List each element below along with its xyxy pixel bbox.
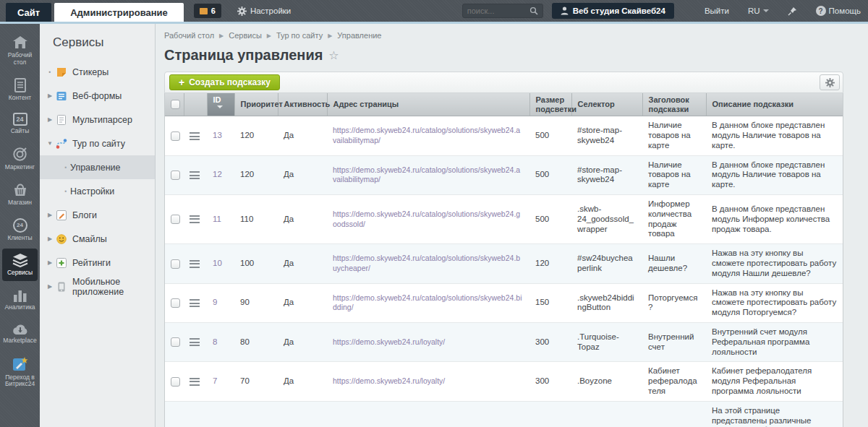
row-id-link[interactable]: 7: [213, 376, 217, 385]
expand-arrow-icon[interactable]: ▶: [46, 236, 54, 242]
pin-button[interactable]: [788, 7, 797, 16]
sidebar-item-ratings[interactable]: ▶ Рейтинги: [40, 251, 155, 275]
sidebar-item-label: Веб-формы: [72, 91, 122, 101]
rating-plus-icon: [56, 258, 67, 268]
rail-item-marketplace[interactable]: Marketplace: [2, 319, 38, 349]
expand-arrow-icon[interactable]: ▶: [46, 259, 54, 266]
column-header-selector[interactable]: Селектор: [571, 93, 642, 116]
help-menu[interactable]: ? Помощь: [816, 6, 861, 16]
row-tooltip-description: Нажав на эту кнопку вы сможете протестир…: [706, 283, 843, 322]
table-row: 11110Даhttps://demo.skyweb24.ru/catalog/…: [165, 195, 843, 244]
row-checkbox[interactable]: [171, 131, 180, 141]
breadcrumb-item[interactable]: Рабочий стол: [164, 31, 214, 40]
sidebar-item-blogs[interactable]: ▶ Блоги: [40, 203, 155, 227]
column-header-highlight-size[interactable]: Размер подсветки: [529, 93, 571, 116]
sidebar-item-multiparser[interactable]: ▶ Мультипарсер: [40, 108, 155, 131]
settings-menu[interactable]: Настройки: [237, 7, 291, 16]
row-tooltip-description: Кабинет рефералодателя модуля Реферальна…: [706, 362, 843, 401]
row-selector: #store-map-skyweb24: [571, 116, 642, 155]
notifications-badge[interactable]: 6: [194, 4, 221, 18]
row-id-link[interactable]: 9: [213, 298, 217, 306]
row-tooltip-description: Внутренний счет модуля Реферальная прогр…: [706, 323, 843, 362]
column-header-page-url[interactable]: Адрес страницы: [327, 93, 529, 116]
search-box[interactable]: [462, 4, 543, 18]
settings-label: Настройки: [250, 7, 291, 15]
expand-arrow-icon[interactable]: ▶: [46, 283, 54, 290]
row-actions-menu-icon[interactable]: [190, 338, 200, 346]
row-actions-menu-icon[interactable]: [190, 299, 200, 307]
row-checkbox[interactable]: [171, 337, 180, 347]
expand-arrow-icon[interactable]: ▶: [46, 116, 54, 123]
row-tooltip-description: Нажав на эту кнопку вы сможете протестир…: [706, 244, 843, 283]
rail-item-content[interactable]: Контент: [2, 74, 38, 106]
column-header-id[interactable]: ID: [207, 93, 234, 116]
grid-settings-button[interactable]: [820, 74, 840, 90]
column-header-priority[interactable]: Приоритет: [234, 93, 278, 116]
create-tooltip-button[interactable]: + Создать подсказку: [169, 74, 280, 90]
expand-arrow-icon[interactable]: ▶: [46, 92, 54, 99]
rail-item-analytics[interactable]: Аналитика: [2, 284, 38, 316]
sidebar-item-smiles[interactable]: ▶ Смайлы: [40, 227, 155, 251]
rail-item-marketing[interactable]: Маркетинг: [2, 142, 38, 176]
collapse-arrow-icon[interactable]: ▼: [46, 140, 54, 147]
breadcrumb-item[interactable]: Тур по сайту: [276, 31, 323, 40]
column-header-activity[interactable]: Активность: [278, 93, 327, 116]
rail-item-sites[interactable]: 24 Сайты: [2, 108, 38, 139]
row-url-link[interactable]: https://demo.skyweb24.ru/catalog/solutio…: [333, 210, 520, 228]
row-selector: .Turquoise-Topaz: [571, 323, 642, 362]
logout-button[interactable]: Выйти: [705, 7, 729, 15]
row-checkbox[interactable]: [171, 171, 180, 180]
search-icon[interactable]: [529, 7, 538, 15]
row-actions-menu-icon[interactable]: [190, 171, 200, 179]
breadcrumb-item[interactable]: Сервисы: [229, 31, 262, 40]
row-id-link[interactable]: 12: [213, 170, 222, 178]
language-selector[interactable]: RU: [748, 7, 769, 15]
row-url-link[interactable]: https://demo.skyweb24.ru/loyalty/: [333, 337, 445, 346]
column-header-tooltip-title[interactable]: Заголовок подсказки: [642, 93, 706, 116]
current-user-button[interactable]: Веб студия Скайвеб24: [552, 3, 674, 19]
row-id-link[interactable]: 10: [213, 259, 222, 267]
row-checkbox[interactable]: [171, 377, 180, 387]
bullet-icon: ▪: [61, 164, 70, 171]
rail-item-shop[interactable]: Магазин: [2, 178, 38, 211]
sidebar-item-settings[interactable]: ▪ Настройки: [40, 179, 155, 203]
row-actions-menu-icon[interactable]: [190, 378, 200, 386]
row-checkbox[interactable]: [171, 259, 180, 269]
sidebar-item-stickers[interactable]: ▪ Стикеры: [40, 60, 155, 84]
rail-item-bitrix24[interactable]: Переход в Битрикс24: [2, 352, 38, 393]
row-id-link[interactable]: 13: [213, 131, 222, 139]
row-actions-menu-icon[interactable]: [190, 260, 200, 268]
sidebar-item-site-tour[interactable]: ▼ Тур по сайту: [40, 131, 155, 155]
row-checkbox[interactable]: [171, 215, 180, 224]
rail-item-services[interactable]: Сервисы: [2, 249, 38, 281]
row-url-link[interactable]: https://demo.skyweb24.ru/catalog/solutio…: [333, 293, 522, 312]
select-all-checkbox[interactable]: [171, 100, 180, 109]
favorite-star-icon[interactable]: ☆: [328, 48, 339, 62]
row-selector: #sw24buycheaperlink: [571, 244, 642, 283]
row-actions-menu-icon[interactable]: [190, 132, 200, 140]
search-input[interactable]: [467, 7, 529, 15]
row-highlight-size: 500: [529, 195, 571, 244]
tab-administration[interactable]: Администрирование: [54, 3, 184, 22]
row-url-link[interactable]: https://demo.skyweb24.ru/catalog/solutio…: [333, 165, 520, 184]
row-id-link[interactable]: 11: [213, 215, 221, 223]
rail-item-label: Сайты: [11, 128, 30, 135]
sidebar-item-management[interactable]: ▪ Управление: [40, 155, 155, 179]
column-header-tooltip-description[interactable]: Описание подсказки: [706, 93, 843, 116]
rail-item-clients[interactable]: 24 Клиенты: [2, 214, 38, 246]
notifications-count: 6: [211, 7, 216, 15]
breadcrumb-item[interactable]: Управление: [337, 31, 381, 40]
row-url-link[interactable]: https://demo.skyweb24.ru/catalog/solutio…: [333, 254, 520, 272]
row-url-link[interactable]: https://demo.skyweb24.ru/loyalty/: [333, 376, 445, 385]
row-id-link[interactable]: 8: [213, 337, 217, 346]
expand-arrow-icon[interactable]: ▶: [46, 212, 54, 218]
row-url-link[interactable]: https://demo.skyweb24.ru/catalog/solutio…: [333, 126, 520, 145]
row-actions-menu-icon[interactable]: [190, 215, 200, 223]
sidebar-item-webforms[interactable]: ▶ Веб-формы: [40, 84, 155, 108]
rail-item-desktop[interactable]: Рабочий стол: [2, 31, 38, 71]
row-priority: 90: [234, 283, 278, 322]
row-checkbox[interactable]: [171, 298, 180, 308]
sidebar-item-mobile-app[interactable]: ▶ Мобильное приложение: [40, 275, 155, 298]
pin-icon: [788, 7, 797, 16]
tab-site[interactable]: Сайт: [6, 3, 51, 22]
